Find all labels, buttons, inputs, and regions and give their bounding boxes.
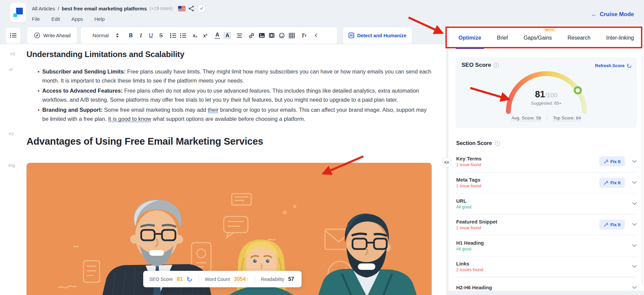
back-arrow-icon: ← — [591, 11, 597, 18]
share-icon[interactable] — [188, 5, 195, 12]
breadcrumb-root[interactable]: All Articles — [32, 6, 55, 11]
top-score[interactable]: Top Score: 84 — [553, 115, 581, 120]
chevron-down-icon[interactable] — [632, 160, 637, 163]
gutter-tag-ul[interactable]: ul — [9, 67, 12, 72]
video-button[interactable] — [267, 30, 277, 41]
readability-stat: Readability 57 — [255, 276, 300, 282]
seo-score-card: SEO Score i Refresh Score — [455, 57, 637, 128]
write-ahead-button[interactable]: Write Ahead — [27, 27, 77, 44]
highlight-button[interactable]: A — [222, 30, 232, 41]
link-button[interactable] — [247, 30, 257, 41]
menu-help[interactable]: Help — [94, 16, 105, 22]
subscript-button[interactable]: x₂ — [190, 30, 200, 41]
section-heading-h2[interactable]: Advantages of Using Free Email Marketing… — [26, 136, 432, 147]
paragraph-style-select[interactable]: Normal — [86, 30, 126, 41]
fix-it-button[interactable]: Fix It — [599, 219, 625, 230]
section-heading-h3[interactable]: Understanding Limitations and Scalabilit… — [26, 50, 432, 59]
refresh-score-label: Refresh Score — [595, 63, 625, 68]
strikethrough-button[interactable]: S — [156, 30, 166, 41]
seo-score-title: SEO Score i — [462, 62, 499, 68]
tab-inter-linking[interactable]: Inter-linking — [606, 27, 634, 49]
section-score-row-featured-snippet[interactable]: Featured Snippet 1 issue found Fix It — [456, 214, 637, 235]
refresh-score-link[interactable]: Refresh Score — [595, 63, 632, 68]
app-logo[interactable] — [10, 3, 26, 22]
align-icon — [236, 33, 243, 38]
collapse-toolbar-button[interactable]: ‹ — [311, 30, 321, 41]
breadcrumb-more[interactable]: (+19 more) — [150, 6, 173, 11]
word-count-label: Word Count — [205, 277, 230, 282]
bullet-list-icon — [180, 33, 186, 38]
panel-bottom-strip — [448, 291, 644, 295]
language-flag-icon[interactable] — [178, 6, 185, 11]
style-value: Normal — [93, 33, 109, 38]
menu-apps[interactable]: Apps — [71, 16, 83, 22]
text-color-button[interactable]: A — [212, 30, 222, 41]
section-name: H1 Heading — [456, 240, 484, 246]
section-score-row-links[interactable]: Links 2 issues found — [456, 256, 637, 277]
info-icon[interactable]: i — [495, 141, 500, 146]
gutter-tag-h3[interactable]: h3 — [10, 52, 15, 56]
section-name: H2-H6 Heading — [456, 285, 492, 290]
detect-humanize-button[interactable]: Detect and Humanize — [343, 27, 412, 44]
menu-edit[interactable]: Edit — [51, 16, 60, 22]
chevron-down-icon[interactable] — [632, 244, 637, 247]
document-body[interactable]: Understanding Limitations and Scalabilit… — [26, 50, 432, 295]
section-score-row-key-terms[interactable]: Key Terms 1 issue found Fix It — [456, 151, 637, 172]
panel-resize-handle[interactable] — [442, 158, 451, 167]
tab-gaps-gains[interactable]: Gaps/Gains BETA — [524, 27, 552, 49]
bullet-lead-in: Subscriber and Sending Limits: — [42, 68, 125, 75]
tab-optimize[interactable]: Optimize — [459, 27, 481, 49]
clear-format-x: x — [305, 34, 307, 37]
list-item[interactable]: Branding and Support: Some free email ma… — [42, 105, 432, 124]
refresh-icon[interactable] — [187, 276, 193, 282]
detect-humanize-label: Detect and Humanize — [357, 33, 407, 38]
menu-file[interactable]: File — [32, 16, 40, 22]
bullet-list-button[interactable] — [178, 30, 188, 41]
chevron-down-icon[interactable] — [632, 286, 637, 289]
cruise-mode-link[interactable]: ← Cruise Mode — [591, 11, 634, 18]
tab-brief[interactable]: Brief — [497, 27, 508, 49]
section-status: 1 issue found — [456, 226, 497, 230]
tab-research[interactable]: Research — [568, 27, 590, 49]
cruise-mode-label: Cruise Mode — [600, 11, 634, 18]
image-button[interactable] — [257, 30, 267, 41]
underline-button[interactable]: U — [146, 30, 156, 41]
superscript-button[interactable]: x² — [200, 30, 210, 41]
readability-value: 57 — [288, 276, 294, 282]
tab-label: Research — [568, 35, 590, 41]
list-item[interactable]: Subscriber and Sending Limits: Free plan… — [42, 67, 432, 85]
avg-score[interactable]: Avg. Score: 56 — [512, 115, 541, 120]
ordered-list-button[interactable] — [168, 30, 178, 41]
section-score-title: Section Score i — [456, 140, 500, 146]
align-button[interactable] — [234, 30, 245, 41]
chevron-down-icon[interactable] — [632, 223, 637, 226]
fix-it-button[interactable]: Fix It — [599, 178, 625, 188]
section-score-row-url[interactable]: URL All good — [456, 193, 637, 214]
outline-list-icon — [10, 33, 17, 38]
fix-it-button[interactable]: Fix It — [599, 156, 625, 166]
ai-detector-icon — [348, 33, 354, 38]
chevron-down-icon[interactable] — [632, 181, 637, 184]
fix-it-label: Fix It — [610, 159, 621, 164]
panel-tab-bar: Optimize Brief Gaps/Gains BETA Research … — [448, 25, 644, 49]
section-score-row-meta-tags[interactable]: Meta Tags 1 issue found Fix It — [456, 172, 637, 193]
italic-button[interactable]: I — [136, 30, 146, 41]
chevron-down-icon[interactable] — [632, 265, 637, 268]
emoji-button[interactable] — [277, 30, 287, 41]
panel-scrollbar[interactable] — [642, 54, 643, 285]
clear-format-button[interactable]: Tx — [299, 30, 309, 41]
chevron-down-icon[interactable] — [632, 202, 637, 205]
seo-score-stat-label: SEO Score — [149, 277, 173, 282]
outline-view-button[interactable] — [5, 27, 21, 44]
gutter-tag-img[interactable]: img — [8, 163, 15, 168]
logo-icon — [13, 8, 23, 17]
list-item[interactable]: Access to Advanced Features: Free plans … — [42, 86, 432, 104]
section-score-row-h1-heading[interactable]: H1 Heading All good — [456, 235, 637, 256]
table-button[interactable] — [287, 30, 297, 41]
fix-it-label: Fix It — [610, 222, 621, 227]
bullet-text: Some free email marketing tools may add — [103, 107, 208, 113]
bullet-list[interactable]: Subscriber and Sending Limits: Free plan… — [26, 67, 432, 124]
bold-button[interactable]: B — [126, 30, 136, 41]
editor-canvas[interactable]: h3 ul h2 img Understanding Limitations a… — [0, 44, 447, 295]
gutter-tag-h2[interactable]: h2 — [9, 132, 14, 136]
